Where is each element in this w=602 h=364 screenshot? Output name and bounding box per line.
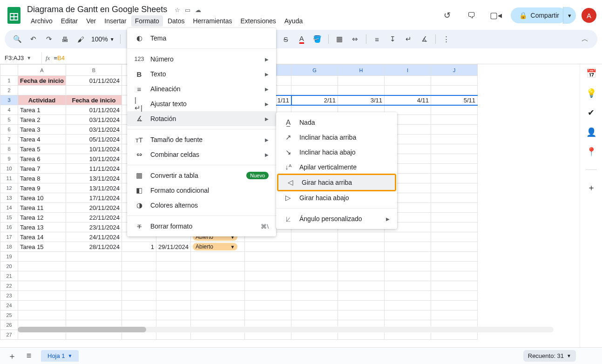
menu-text[interactable]: BTexto▶ bbox=[127, 67, 276, 81]
cell[interactable]: 13/11/2024 bbox=[66, 174, 122, 183]
row-header[interactable]: 9 bbox=[0, 154, 18, 164]
contacts-icon[interactable]: 👤 bbox=[587, 128, 596, 137]
cell[interactable] bbox=[191, 291, 245, 301]
calendar-icon[interactable]: 📅 bbox=[587, 69, 596, 78]
cell[interactable] bbox=[431, 262, 478, 271]
cell[interactable] bbox=[291, 301, 338, 310]
row-header[interactable]: 1 bbox=[0, 76, 18, 86]
wrap-icon[interactable]: ↵ bbox=[402, 32, 416, 46]
valign-icon[interactable]: ↧ bbox=[386, 32, 400, 46]
comments-icon[interactable]: 🗨 bbox=[462, 6, 481, 25]
row-header[interactable]: 18 bbox=[0, 242, 18, 252]
cell[interactable] bbox=[156, 291, 190, 301]
cell[interactable]: 11/11/2024 bbox=[66, 164, 122, 174]
cell[interactable] bbox=[291, 291, 338, 301]
cell[interactable] bbox=[18, 301, 66, 310]
cell[interactable] bbox=[156, 281, 190, 291]
cell[interactable] bbox=[122, 310, 156, 320]
cell[interactable]: 23/11/2024 bbox=[66, 222, 122, 232]
row-header[interactable]: 13 bbox=[0, 193, 18, 203]
menu-clear-format[interactable]: т̶Borrar formato⌘\ bbox=[127, 219, 276, 234]
cell[interactable]: 01/11/2024 bbox=[66, 105, 122, 115]
row-header[interactable]: 7 bbox=[0, 135, 18, 144]
rotation-none[interactable]: A̲Nada bbox=[276, 115, 397, 130]
cell[interactable] bbox=[338, 232, 385, 242]
cell[interactable] bbox=[18, 310, 66, 320]
cell[interactable]: Tarea 6 bbox=[18, 154, 66, 164]
cell[interactable] bbox=[291, 281, 338, 291]
cell[interactable]: 1 bbox=[122, 242, 156, 252]
cell[interactable] bbox=[431, 135, 478, 144]
cell[interactable]: 4/11 bbox=[385, 95, 431, 105]
cell[interactable] bbox=[191, 310, 245, 320]
cell[interactable] bbox=[431, 310, 478, 320]
cell[interactable] bbox=[122, 271, 156, 281]
cell[interactable] bbox=[18, 252, 66, 262]
cell[interactable] bbox=[431, 125, 478, 135]
cell[interactable]: 22/11/2024 bbox=[66, 213, 122, 222]
cell[interactable]: Tarea 10 bbox=[18, 193, 66, 203]
col-header[interactable]: G bbox=[291, 65, 338, 76]
add-sheet-icon[interactable]: ＋ bbox=[4, 349, 20, 363]
cell[interactable] bbox=[338, 310, 385, 320]
rotation-tilt-down[interactable]: ↘Inclinar hacia abajo bbox=[276, 145, 397, 160]
row-header[interactable]: 12 bbox=[0, 183, 18, 193]
tasks-icon[interactable]: ✔ bbox=[587, 108, 596, 117]
menu-conditional[interactable]: ◧Formato condicional bbox=[127, 183, 276, 198]
cell[interactable]: 17/11/2024 bbox=[66, 193, 122, 203]
cell[interactable]: Actividad bbox=[18, 95, 66, 105]
all-sheets-icon[interactable]: ≡ bbox=[20, 349, 37, 363]
cell[interactable] bbox=[66, 262, 122, 271]
halign-icon[interactable]: ≡ bbox=[370, 32, 384, 46]
sheet-tab-1[interactable]: Hoja 1▼ bbox=[41, 350, 79, 362]
cell[interactable] bbox=[385, 242, 431, 252]
cell[interactable]: Tarea 13 bbox=[18, 222, 66, 232]
col-header[interactable]: A bbox=[18, 65, 66, 76]
rotation-rotate-up[interactable]: ◁Girar hacia arriba bbox=[278, 175, 395, 190]
cell[interactable] bbox=[431, 164, 478, 174]
cell[interactable] bbox=[66, 291, 122, 301]
cell[interactable]: 3/11 bbox=[338, 95, 385, 105]
row-header[interactable]: 26 bbox=[0, 320, 18, 330]
row-header[interactable]: 23 bbox=[0, 291, 18, 301]
cell[interactable]: 24/11/2024 bbox=[66, 232, 122, 242]
rotation-tilt-up[interactable]: ↗Inclinar hacia arriba bbox=[276, 130, 397, 145]
cell[interactable]: Fecha de inicio bbox=[66, 95, 122, 105]
cell[interactable] bbox=[338, 271, 385, 281]
cell[interactable] bbox=[431, 301, 478, 310]
cell[interactable] bbox=[18, 271, 66, 281]
col-header[interactable]: H bbox=[338, 65, 385, 76]
cell[interactable] bbox=[338, 262, 385, 271]
cell[interactable] bbox=[291, 76, 338, 86]
cell[interactable] bbox=[66, 86, 122, 95]
menu-alternating[interactable]: ◑Colores alternos bbox=[127, 198, 276, 213]
menu-fontsize[interactable]: тТTamaño de fuente▶ bbox=[127, 132, 276, 147]
cell[interactable] bbox=[245, 310, 291, 320]
row-header[interactable]: 19 bbox=[0, 252, 18, 262]
row-header[interactable]: 25 bbox=[0, 310, 18, 320]
cell[interactable]: 10/11/2024 bbox=[66, 144, 122, 154]
cell[interactable]: 5/11 bbox=[431, 95, 478, 105]
cell[interactable] bbox=[156, 310, 190, 320]
share-dropdown[interactable]: ▾ bbox=[563, 7, 576, 24]
cell[interactable]: Tarea 5 bbox=[18, 144, 66, 154]
cell[interactable]: 05/11/2024 bbox=[66, 135, 122, 144]
cell[interactable]: Tarea 9 bbox=[18, 183, 66, 193]
menu-formato[interactable]: Formato bbox=[131, 15, 163, 27]
menu-number[interactable]: 123Número▶ bbox=[127, 52, 276, 67]
cell[interactable] bbox=[122, 291, 156, 301]
menu-ayuda[interactable]: Ayuda bbox=[281, 15, 306, 27]
cell[interactable] bbox=[191, 262, 245, 271]
cell[interactable] bbox=[385, 232, 431, 242]
redo-icon[interactable]: ↷ bbox=[42, 32, 56, 46]
menu-herramientas[interactable]: Herramientas bbox=[189, 15, 236, 27]
keep-icon[interactable]: 💡 bbox=[587, 88, 596, 98]
status-chip[interactable]: Abierto ▼ bbox=[193, 243, 237, 250]
menu-ver[interactable]: Ver bbox=[82, 15, 100, 27]
cell[interactable] bbox=[338, 291, 385, 301]
cell[interactable]: Tarea 7 bbox=[18, 164, 66, 174]
cell[interactable] bbox=[431, 252, 478, 262]
row-header[interactable]: 20 bbox=[0, 262, 18, 271]
col-header[interactable]: I bbox=[385, 65, 431, 76]
cell[interactable] bbox=[122, 262, 156, 271]
